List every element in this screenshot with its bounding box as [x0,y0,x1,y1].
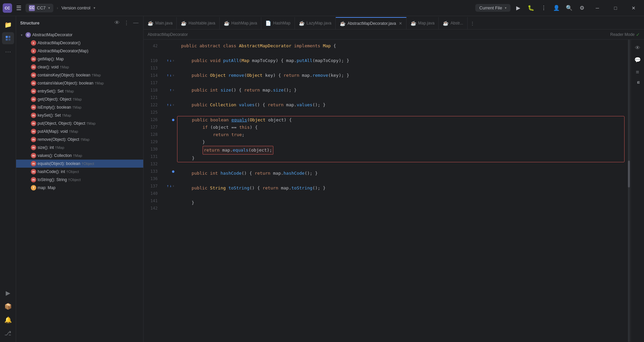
list-item[interactable]: c AbstractMapDecorator(Map) [16,47,143,55]
gutter-expand-icon[interactable]: › [172,57,174,64]
item-label: putAll(Map): void †Map [38,129,78,134]
list-item[interactable]: m toString(): String †Object [16,176,143,184]
gutter-dot-icon2: ● [172,168,174,175]
tab-abstractmapdecorator-java[interactable]: ☕ AbstractMapDecorator.java ✕ [336,17,407,29]
tab-lazymap-java[interactable]: ☕ LazyMap.java [295,17,336,29]
list-item[interactable]: m clear(): void †Map [16,63,143,71]
svg-rect-3 [8,39,10,41]
gutter-expand-icon4[interactable]: › [172,101,174,109]
code-line: public void putAll(Map mapToCopy) { map.… [177,57,626,64]
method-highlight-block: public boolean equals(Object object) { i… [177,116,625,162]
project-icon: CC [29,5,35,11]
method-icon: m [31,161,36,166]
code-line [177,192,626,199]
svg-rect-1 [8,36,10,38]
code-line [177,79,626,87]
tab-map-java[interactable]: ☕ Map.java [407,17,439,29]
run-icon[interactable]: ▶ [2,287,14,299]
project-tree-icon[interactable]: 📁 [2,19,14,31]
code-editor: 42 110 113 114 117 118 121 122 125 126 1… [144,40,644,342]
list-item[interactable]: m values(): Collection †Map [16,152,143,160]
structure-icon[interactable] [2,32,14,44]
code-line: return map.equals(object); [177,146,624,155]
notification-icon[interactable]: 🔔 [2,314,14,326]
editor-area: ☕ Main.java ☕ Hashtable.java ☕ HashMap.j… [144,16,644,342]
gutter-icon-down2: ↓ [169,72,172,79]
item-label: map: Map [38,185,55,190]
scrollbar-thumb[interactable] [628,161,630,187]
right-m-label: m [636,78,641,87]
list-item[interactable]: m containsKey(Object): boolean †Map [16,71,143,79]
gutter-icon-down5: ↓ [169,182,172,190]
reader-mode-button[interactable]: Reader Mode ✓ [610,32,640,37]
code-line [177,50,626,57]
hamburger-menu[interactable]: ☰ [15,3,23,13]
list-item[interactable]: m remove(Object): Object †Map [16,135,143,144]
list-item[interactable]: m hashCode(): int †Object [16,168,143,176]
java-icon: ☕ [181,20,186,26]
item-label: entrySet(): Set †Map [38,89,74,94]
sidebar-more-icon[interactable]: ⋮ [123,19,130,27]
close-button[interactable]: ✕ [626,0,641,16]
method-icon: m [31,56,36,62]
profile-button[interactable]: 👤 [551,3,561,13]
sidebar-eye-icon[interactable]: 👁 [114,19,120,26]
gutter-expand-icon3[interactable]: › [172,87,174,94]
build-icon[interactable]: 📦 [2,300,14,312]
list-item-selected[interactable]: m equals(Object): boolean †Object [16,160,143,168]
project-chevron-icon: ▾ [48,6,50,10]
method-icon: m [31,113,36,118]
debug-button[interactable]: 🐛 [526,3,536,13]
tab-abstr[interactable]: ☕ Abstr... [439,17,467,29]
item-label: put(Object, Object): Object †Map [38,121,96,126]
right-list-icon[interactable]: ≡ [632,66,643,77]
right-eye-icon[interactable]: 👁 [632,42,643,53]
list-item[interactable]: m containsValue(Object): boolean †Map [16,79,143,87]
list-item[interactable]: m size(): int †Map [16,144,143,152]
search-button[interactable]: 🔍 [564,3,574,13]
git-icon[interactable]: ⎇ [2,327,14,339]
tab-hashmap[interactable]: 📄 HashMap [261,17,294,29]
settings-dots-button[interactable]: ⋮ [539,3,549,13]
tab-bar: ☕ Main.java ☕ Hashtable.java ☕ HashMap.j… [144,16,644,30]
sidebar-hide-icon[interactable]: — [132,19,139,26]
gutter-expand-icon2[interactable]: › [172,72,174,79]
toolbar-right: Reader Mode ✓ [610,32,640,37]
list-item[interactable]: m get(Object): Object †Map [16,95,143,103]
gutter-expand-icon5[interactable]: › [172,182,174,190]
settings-button[interactable]: ⚙ [577,3,587,13]
right-chat-icon[interactable]: 💬 [632,54,643,65]
list-item[interactable]: f map: Map [16,184,143,192]
list-item[interactable]: c AbstractMapDecorator() [16,39,143,47]
list-item[interactable]: m entrySet(): Set †Map [16,87,143,95]
gutter-icon-up5: ↑ [167,182,169,190]
tab-main-java[interactable]: ☕ Main.java [144,17,177,29]
activity-bar: 📁 ⋯ ▶ 📦 🔔 ⎇ [0,16,16,342]
tab-close-icon[interactable]: ✕ [399,21,402,26]
tab-hashmap-java[interactable]: ☕ HashMap.java [220,17,262,29]
tabs-more-button[interactable]: ⋮ [468,17,477,29]
tab-hashtable-java[interactable]: ☕ Hashtable.java [177,17,219,29]
list-item[interactable]: m putAll(Map): void †Map [16,127,143,135]
project-selector[interactable]: CC CC7 ▾ [25,4,53,12]
list-item[interactable]: m keySet(): Set †Map [16,111,143,119]
minimize-button[interactable]: ─ [590,0,605,16]
vcs-label[interactable]: Version control [61,5,90,10]
list-item[interactable]: m getMap(): Map [16,55,143,63]
field-icon: f [31,185,36,190]
tab-label: Map.java [418,21,435,25]
dots-icon[interactable]: ⋯ [2,46,14,58]
scrollbar[interactable] [626,40,631,342]
run-button[interactable]: ▶ [513,3,523,13]
code-content[interactable]: public abstract class AbstractMapDecorat… [177,40,626,342]
item-label: getMap(): Map [38,57,64,61]
list-item[interactable]: m isEmpty(): boolean †Map [16,103,143,111]
list-item[interactable]: m put(Object, Object): Object †Map [16,119,143,127]
item-label: size(): int †Map [38,145,64,150]
separator: › [57,5,58,10]
tree-root-item[interactable]: ▾ C AbstractMapDecorator [16,31,143,39]
code-line: public abstract class AbstractMapDecorat… [177,42,626,50]
java-icon: ☕ [148,20,153,26]
maximize-button[interactable]: □ [608,0,623,16]
run-config-selector[interactable]: Current File ▾ [475,4,511,12]
